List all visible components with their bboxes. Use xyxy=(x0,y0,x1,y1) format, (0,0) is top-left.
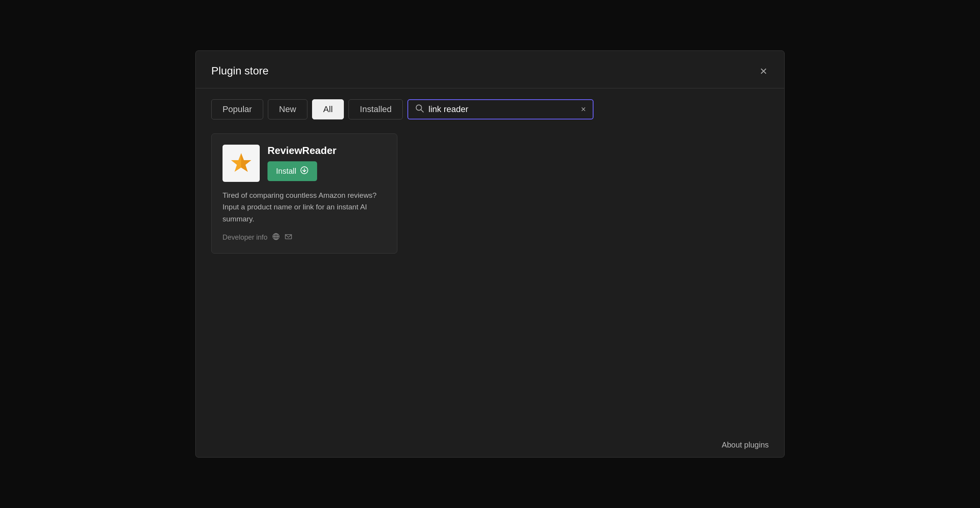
plugin-info: ReviewReader Install xyxy=(267,145,336,181)
installed-filter-button[interactable]: Installed xyxy=(349,99,403,119)
svg-marker-3 xyxy=(241,153,251,172)
install-label: Install xyxy=(276,167,296,176)
all-filter-button[interactable]: All xyxy=(312,99,344,119)
close-button[interactable]: × xyxy=(758,63,769,79)
modal-footer: About plugins xyxy=(196,433,784,457)
developer-info: Developer info xyxy=(223,233,386,242)
install-button[interactable]: Install xyxy=(267,161,317,181)
clear-search-button[interactable]: × xyxy=(581,104,586,114)
email-icon[interactable] xyxy=(285,233,292,242)
toolbar: Popular New All Installed × xyxy=(196,88,784,130)
modal-title: Plugin store xyxy=(211,65,269,77)
plugin-name: ReviewReader xyxy=(267,145,336,157)
plugin-store-modal: Plugin store × Popular New All Installed… xyxy=(195,50,785,458)
svg-line-1 xyxy=(421,110,424,112)
search-wrapper: × xyxy=(407,99,594,119)
search-icon xyxy=(415,104,424,115)
search-input[interactable] xyxy=(428,104,576,114)
about-plugins-link[interactable]: About plugins xyxy=(722,441,769,449)
globe-icon[interactable] xyxy=(272,233,280,242)
plugin-description: Tired of comparing countless Amazon revi… xyxy=(223,190,386,225)
plugin-icon xyxy=(223,145,260,182)
new-filter-button[interactable]: New xyxy=(268,99,307,119)
modal-header: Plugin store × xyxy=(196,51,784,88)
plugin-card: ReviewReader Install xyxy=(211,133,397,254)
modal-overlay: Plugin store × Popular New All Installed… xyxy=(0,0,980,508)
content-area: ReviewReader Install xyxy=(196,130,784,433)
popular-filter-button[interactable]: Popular xyxy=(211,99,263,119)
install-icon xyxy=(300,166,309,176)
plugin-card-header: ReviewReader Install xyxy=(223,145,386,182)
developer-info-label: Developer info xyxy=(223,233,267,242)
